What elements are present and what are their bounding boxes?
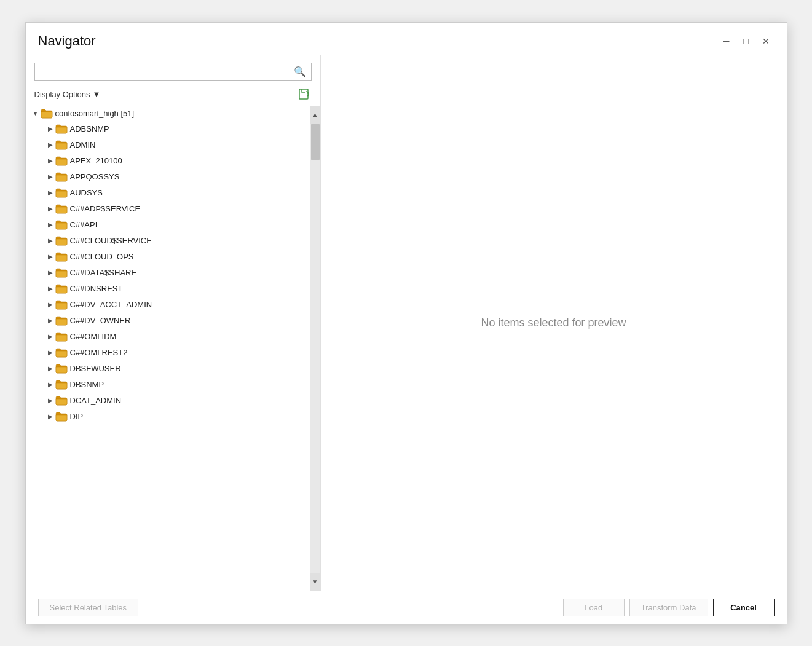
expand-arrow[interactable]: ▶ [45,236,55,246]
search-input[interactable] [40,67,294,76]
list-item[interactable]: ▶ APPQOSSYS [26,169,320,185]
expand-arrow[interactable]: ▶ [45,268,55,278]
item-label: C##DV_ACCT_ADMIN [70,300,152,309]
tree-root-item[interactable]: ▼ contosomart_high [51] [26,106,320,121]
cancel-button[interactable]: Cancel [713,599,775,616]
folder-icon [55,124,68,134]
item-label: C##CLOUD_OPS [70,252,134,261]
transform-data-button[interactable]: Transform Data [629,599,708,616]
tree-children: ▶ ADBSNMP ▶ ADMIN [26,121,320,425]
folder-icon [55,332,68,342]
navigator-dialog: Navigator ─ □ ✕ 🔍 Display Options ▼ [25,22,787,624]
folder-icon [55,364,68,374]
no-preview-message: No items selected for preview [481,317,626,329]
list-item[interactable]: ▶ ADMIN [26,137,320,153]
expand-arrow[interactable]: ▶ [45,156,55,166]
bottom-right-actions: Load Transform Data Cancel [563,599,775,616]
list-item[interactable]: ▶ APEX_210100 [26,153,320,169]
list-item[interactable]: ▶ C##OMLIDM [26,329,320,345]
expand-arrow[interactable]: ▶ [45,300,55,310]
root-item-label: contosomart_high [51] [55,109,135,118]
expand-arrow[interactable]: ▶ [45,124,55,134]
bottom-bar: Select Related Tables Load Transform Dat… [26,591,787,624]
list-item[interactable]: ▶ AUDSYS [26,185,320,201]
title-bar: Navigator ─ □ ✕ [26,23,787,55]
scroll-thumb[interactable] [311,124,320,160]
folder-icon [55,412,68,422]
list-item[interactable]: ▶ DIP [26,409,320,425]
expand-arrow[interactable]: ▶ [45,172,55,182]
list-item[interactable]: ▶ ADBSNMP [26,121,320,137]
list-item[interactable]: ▶ C##CLOUD_OPS [26,249,320,265]
maximize-button[interactable]: □ [738,33,755,50]
item-label: AUDSYS [70,188,103,197]
list-item[interactable]: ▶ C##DV_ACCT_ADMIN [26,297,320,313]
scroll-up-button[interactable]: ▲ [310,106,320,124]
list-item[interactable]: ▶ C##OMLREST2 [26,345,320,361]
list-item[interactable]: ▶ DBSNMP [26,377,320,393]
right-panel: No items selected for preview [321,55,787,591]
item-label: APEX_210100 [70,156,122,165]
refresh-button[interactable] [298,88,312,101]
folder-icon [55,284,68,294]
root-expand-arrow[interactable]: ▼ [31,109,41,119]
list-item[interactable]: ▶ C##API [26,217,320,233]
expand-arrow[interactable]: ▶ [45,204,55,214]
search-icon[interactable]: 🔍 [294,66,306,77]
list-item[interactable]: ▶ C##DNSREST [26,281,320,297]
item-label: C##OMLREST2 [70,348,128,357]
select-related-tables-button[interactable]: Select Related Tables [38,599,139,616]
folder-icon [55,220,68,230]
expand-arrow[interactable]: ▶ [45,284,55,294]
display-options-label: Display Options [34,90,90,99]
folder-icon [55,300,68,310]
tree-area: ▼ contosomart_high [51] [26,106,320,591]
item-label: C##DNSREST [70,284,123,293]
expand-arrow[interactable]: ▶ [45,332,55,342]
expand-arrow[interactable]: ▶ [45,252,55,262]
expand-arrow[interactable]: ▶ [45,380,55,390]
expand-arrow[interactable]: ▶ [45,188,55,198]
expand-arrow[interactable]: ▶ [45,140,55,150]
scroll-down-button[interactable]: ▼ [310,573,320,591]
folder-icon [55,348,68,358]
item-label: ADMIN [70,140,96,149]
refresh-icon [298,88,312,101]
item-label: DIP [70,412,84,421]
folder-icon [55,268,68,278]
minimize-button[interactable]: ─ [718,33,735,50]
display-options-button[interactable]: Display Options ▼ [34,90,101,99]
item-label: C##ADP$SERVICE [70,204,141,213]
search-area: 🔍 [26,55,320,85]
list-item[interactable]: ▶ DBSFWUSER [26,361,320,377]
item-label: DBSNMP [70,380,104,389]
dialog-title: Navigator [38,33,96,49]
bottom-left-actions: Select Related Tables [38,599,139,616]
folder-icon [55,156,68,166]
expand-arrow[interactable]: ▶ [45,348,55,358]
expand-arrow[interactable]: ▶ [45,396,55,406]
search-box: 🔍 [34,63,312,81]
list-item[interactable]: ▶ C##DATA$SHARE [26,265,320,281]
expand-arrow[interactable]: ▶ [45,316,55,326]
item-label: APPQOSSYS [70,172,120,181]
expand-arrow[interactable]: ▶ [45,364,55,374]
tree-scroll[interactable]: ▼ contosomart_high [51] [26,106,320,591]
item-label: DCAT_ADMIN [70,396,122,405]
close-button[interactable]: ✕ [757,33,775,50]
list-item[interactable]: ▶ C##ADP$SERVICE [26,201,320,217]
folder-icon [55,188,68,198]
folder-icon [55,140,68,150]
list-item[interactable]: ▶ DCAT_ADMIN [26,393,320,409]
folder-icon [55,380,68,390]
load-button[interactable]: Load [563,599,625,616]
folder-icon [55,396,68,406]
list-item[interactable]: ▶ C##DV_OWNER [26,313,320,329]
list-item[interactable]: ▶ C##CLOUD$SERVICE [26,233,320,249]
item-label: ADBSNMP [70,124,109,133]
item-label: C##DV_OWNER [70,316,131,325]
expand-arrow[interactable]: ▶ [45,220,55,230]
expand-arrow[interactable]: ▶ [45,412,55,422]
root-folder-icon [41,109,53,119]
item-label: C##OMLIDM [70,332,117,341]
